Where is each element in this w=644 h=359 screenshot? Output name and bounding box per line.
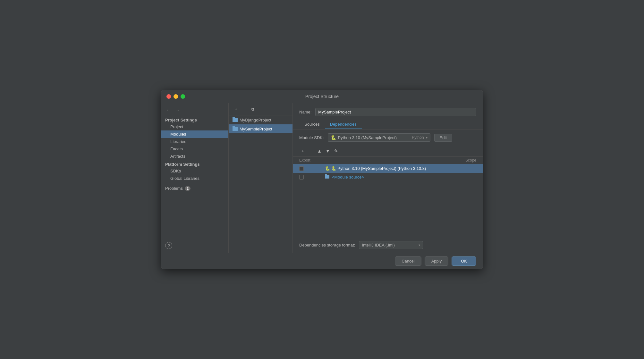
main-content: ← → Project Settings Project Modules Lib…	[161, 103, 483, 253]
module-item-mydjango[interactable]: MyDjangoProject	[229, 115, 292, 124]
help-button[interactable]: ?	[165, 242, 172, 249]
bottom-bar: Cancel Apply OK	[161, 253, 483, 269]
project-settings-header: Project Settings	[161, 116, 228, 123]
sidebar-item-global-libraries[interactable]: Global Libraries	[161, 175, 228, 182]
module-item-mysample[interactable]: MySampleProject	[229, 124, 292, 133]
name-input[interactable]	[315, 108, 476, 116]
move-down-dep-button[interactable]: ▼	[324, 147, 331, 154]
deps-table: Export Scope 🐍 🐍 Python 3.10 (MySamplePr…	[293, 156, 483, 237]
dep-row-python-sdk[interactable]: 🐍 🐍 Python 3.10 (MySampleProject) (Pytho…	[293, 164, 483, 173]
traffic-lights	[166, 94, 185, 99]
problems-label: Problems	[165, 186, 183, 191]
move-up-dep-button[interactable]: ▲	[316, 147, 323, 154]
sidebar: ← → Project Settings Project Modules Lib…	[161, 103, 229, 253]
sidebar-item-project[interactable]: Project	[161, 123, 228, 130]
cancel-button[interactable]: Cancel	[395, 256, 421, 266]
edit-sdk-button[interactable]: Edit	[434, 134, 452, 142]
name-column-header	[325, 158, 444, 163]
module-icon	[233, 117, 238, 122]
folder-blue-icon	[325, 175, 329, 179]
add-dep-button[interactable]: +	[299, 147, 306, 154]
deps-table-header: Export Scope	[293, 156, 483, 164]
problems-badge: 2	[185, 186, 191, 191]
modules-list: MyDjangoProject MySampleProject	[229, 115, 292, 253]
modules-panel: + − ⧉ MyDjangoProject MySampleProject	[229, 103, 293, 253]
name-label: Name:	[299, 110, 311, 114]
edit-dep-button[interactable]: ✎	[333, 147, 340, 154]
remove-dep-button[interactable]: −	[308, 147, 315, 154]
sidebar-item-problems[interactable]: Problems 2	[161, 185, 228, 192]
module-name-active: MySampleProject	[240, 127, 272, 131]
scope-column-header: Scope	[444, 158, 476, 163]
storage-row: Dependencies storage format: IntelliJ ID…	[293, 237, 483, 253]
sidebar-item-artifacts[interactable]: Artifacts	[161, 153, 228, 160]
ok-button[interactable]: OK	[452, 256, 476, 266]
add-module-button[interactable]: +	[233, 105, 240, 113]
maximize-button[interactable]	[181, 94, 185, 99]
back-button[interactable]: ←	[165, 107, 172, 113]
export-checkbox-icon[interactable]	[299, 166, 304, 171]
dep-export-checkbox-2[interactable]	[299, 175, 325, 180]
storage-format-dropdown[interactable]: IntelliJ IDEA (.iml) ▾	[359, 241, 423, 249]
copy-module-button[interactable]: ⧉	[249, 105, 256, 113]
sdk-chevron-down-icon: ▾	[426, 136, 428, 139]
tabs-row: Sources Dependencies	[293, 120, 483, 129]
close-button[interactable]	[166, 94, 171, 99]
storage-label: Dependencies storage format:	[299, 243, 355, 247]
export-checkbox-icon-2[interactable]	[299, 175, 304, 180]
deps-toolbar: + − ▲ ▼ ✎	[293, 146, 483, 156]
sdk-label: Module SDK:	[299, 135, 324, 140]
storage-chevron-down-icon: ▾	[419, 243, 420, 247]
sidebar-nav: ← →	[161, 105, 228, 116]
module-name: MyDjangoProject	[240, 118, 271, 122]
sdk-dropdown-text: Python 3.10 (MySampleProject)	[338, 135, 410, 140]
title-bar: Project Structure	[161, 90, 483, 103]
name-row: Name:	[293, 103, 483, 120]
project-structure-dialog: Project Structure ← → Project Settings P…	[161, 90, 483, 269]
sidebar-item-facets[interactable]: Facets	[161, 145, 228, 153]
remove-module-button[interactable]: −	[241, 105, 248, 113]
forward-button[interactable]: →	[174, 107, 181, 113]
sdk-extra-text: Python	[412, 135, 424, 140]
sidebar-item-modules[interactable]: Modules	[161, 130, 228, 138]
tab-sources[interactable]: Sources	[299, 120, 325, 129]
tab-dependencies[interactable]: Dependencies	[325, 120, 362, 129]
module-icon-active	[233, 126, 238, 131]
dep-name-module-source: <Module source>	[325, 175, 444, 180]
sdk-row: Module SDK: 🐍 Python 3.10 (MySampleProje…	[293, 129, 483, 146]
platform-settings-header: Platform Settings	[161, 160, 228, 167]
export-column-header: Export	[299, 158, 325, 163]
dep-name-python-sdk: 🐍 🐍 Python 3.10 (MySampleProject) (Pytho…	[325, 166, 444, 171]
modules-toolbar: + − ⧉	[229, 103, 292, 115]
dep-row-module-source[interactable]: <Module source>	[293, 173, 483, 181]
right-panel: Name: Sources Dependencies Module SDK: 🐍…	[293, 103, 483, 253]
dep-export-checkbox[interactable]	[299, 166, 325, 171]
sidebar-item-sdks[interactable]: SDKs	[161, 167, 228, 175]
python-sdk-icon: 🐍	[325, 166, 331, 171]
dialog-title: Project Structure	[305, 94, 339, 99]
python-icon: 🐍	[331, 135, 336, 140]
storage-format-value: IntelliJ IDEA (.iml)	[362, 243, 417, 247]
minimize-button[interactable]	[174, 94, 178, 99]
apply-button[interactable]: Apply	[425, 256, 449, 266]
sidebar-item-libraries[interactable]: Libraries	[161, 138, 228, 145]
sdk-dropdown[interactable]: 🐍 Python 3.10 (MySampleProject) Python ▾	[328, 133, 430, 142]
